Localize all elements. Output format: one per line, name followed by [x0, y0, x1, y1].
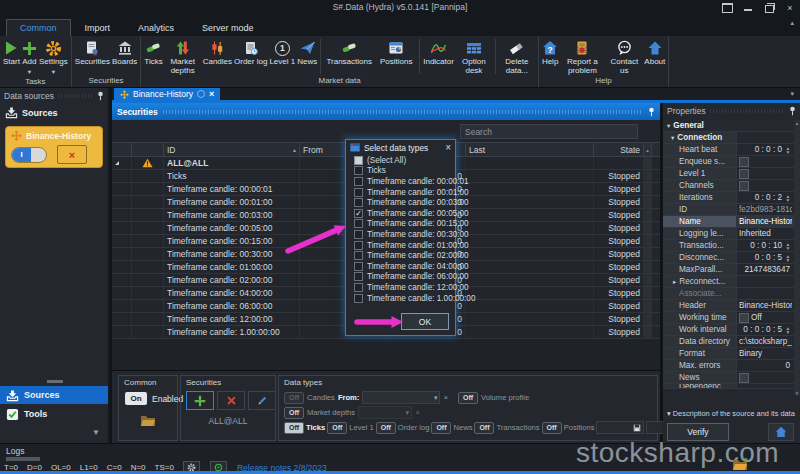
news-button[interactable]: News	[296, 37, 318, 67]
data-type-option[interactable]: Timeframe candle: 04:00:00	[346, 261, 455, 272]
ribbon-tab[interactable]: Import	[71, 19, 125, 36]
data-type-option[interactable]: Timeframe candle: 00:30:00	[346, 229, 455, 240]
property-row[interactable]: News	[663, 372, 794, 384]
date-input[interactable]	[596, 421, 644, 434]
property-row[interactable]: Format Binary	[663, 348, 794, 360]
level1-toggle[interactable]: Off	[327, 422, 347, 434]
property-row[interactable]: Connection	[663, 132, 794, 144]
ticks-toggle[interactable]: Off	[284, 422, 304, 434]
property-row[interactable]: Dependenc...	[663, 384, 794, 389]
ticks-button[interactable]: Ticks	[143, 37, 163, 67]
property-value[interactable]: 0 : 0 : 0 : 5	[737, 324, 794, 335]
checkbox-icon[interactable]	[354, 262, 363, 271]
pin-icon[interactable]	[789, 106, 796, 116]
checkbox-icon[interactable]	[739, 169, 749, 179]
delete-data-button[interactable]: Delete data...	[498, 37, 536, 75]
property-value[interactable]	[737, 132, 794, 143]
data-type-option[interactable]: Timeframe candle: 00:00:01	[346, 176, 455, 187]
expander-icon[interactable]	[671, 134, 674, 142]
checkbox-icon[interactable]	[354, 198, 363, 207]
spinner-icon[interactable]	[784, 242, 792, 250]
help-button[interactable]: ? Help	[541, 37, 559, 67]
checkbox-icon[interactable]	[354, 294, 363, 303]
property-row[interactable]: Level 1	[663, 168, 794, 180]
property-row[interactable]: Header Binance-History	[663, 300, 794, 312]
news-toggle[interactable]: Off	[431, 422, 451, 434]
property-row[interactable]: Disconnec... 0 : 0 : 5	[663, 252, 794, 264]
checkbox-icon[interactable]	[354, 283, 363, 292]
sources-section-header[interactable]: Sources	[0, 103, 108, 122]
data-type-option[interactable]: (Select All)	[346, 155, 455, 166]
property-row[interactable]: Name Binance-History	[663, 216, 794, 228]
binance-history-card[interactable]: Binance-History	[5, 126, 103, 168]
property-value[interactable]	[737, 168, 794, 179]
option-desk-button[interactable]: Option desk	[455, 37, 493, 75]
chevron-down-icon[interactable]: ▼	[92, 428, 100, 437]
tab-list-chevron-icon[interactable]: ▾	[790, 90, 794, 98]
ribbon-tab[interactable]: Server mode	[188, 19, 268, 36]
settings-button[interactable]: Settings	[38, 37, 69, 77]
property-value[interactable]: Binance-History	[737, 300, 794, 311]
close-button[interactable]: ×	[784, 2, 796, 13]
order-log-toggle[interactable]: Off	[376, 422, 396, 434]
checkbox-icon[interactable]	[739, 157, 749, 167]
ribbon-tab[interactable]: Common	[6, 19, 71, 36]
property-row[interactable]: General	[663, 120, 794, 132]
property-value[interactable]: Inherited	[737, 228, 794, 239]
add-button[interactable]: Add	[21, 37, 38, 77]
property-row[interactable]: Channels	[663, 180, 794, 192]
market-depths-toggle[interactable]: Off	[284, 407, 304, 419]
expander-icon[interactable]	[673, 278, 676, 286]
checkbox-icon[interactable]	[354, 219, 363, 228]
remove-source-button[interactable]	[57, 145, 87, 164]
spinner-icon[interactable]	[784, 254, 792, 262]
ribbon-collapse-icon[interactable]: ▴	[790, 19, 794, 27]
property-row[interactable]: Work interval 0 : 0 : 0 : 5	[663, 324, 794, 336]
checkbox-icon[interactable]	[354, 156, 363, 165]
checkbox-icon[interactable]	[354, 177, 363, 186]
sidebar-nav-sources[interactable]: Sources	[0, 386, 108, 404]
pin-icon[interactable]	[97, 91, 104, 101]
data-type-option[interactable]: Timeframe candle: 00:01:00	[346, 187, 455, 198]
clear-icon[interactable]	[443, 393, 448, 402]
property-row[interactable]: Associate...	[663, 288, 794, 300]
property-value[interactable]	[737, 180, 794, 191]
property-row[interactable]: Reconnect...	[663, 276, 794, 288]
dialog-title-bar[interactable]: Select data types	[346, 140, 455, 155]
market-depths-button[interactable]: Market depths	[164, 37, 202, 75]
property-row[interactable]: Working time Off	[663, 312, 794, 324]
checkbox-icon[interactable]	[739, 373, 749, 383]
property-value[interactable]	[737, 156, 794, 167]
data-type-option[interactable]: Timeframe candle: 06:00:00	[346, 272, 455, 283]
data-type-option[interactable]: Timeframe candle: 1.00:00:00	[346, 293, 455, 304]
interface-settings-icon[interactable]	[721, 2, 733, 13]
property-row[interactable]: Logging le... Inherited	[663, 228, 794, 240]
level1-button[interactable]: Level 1	[268, 37, 296, 67]
about-button[interactable]: About	[643, 37, 666, 67]
expander-icon[interactable]	[115, 161, 119, 165]
candles-toggle[interactable]: Off	[284, 392, 304, 404]
property-value[interactable]: 0	[737, 360, 794, 371]
checkbox-icon[interactable]	[739, 313, 749, 323]
volume-profile-toggle[interactable]: Off	[458, 392, 478, 404]
on-toggle-button[interactable]: On	[125, 392, 147, 405]
expander-icon[interactable]	[667, 122, 670, 130]
property-row[interactable]: Enqueue s...	[663, 156, 794, 168]
property-value[interactable]: c:\stocksharp_ins...	[737, 336, 794, 347]
description-expander[interactable]: ▾ Description of the source and its data	[667, 409, 795, 418]
data-type-option[interactable]: Ticks	[346, 166, 455, 177]
property-row[interactable]: MaxParall... 2147483647	[663, 264, 794, 276]
search-input[interactable]	[460, 124, 638, 139]
property-value[interactable]	[737, 288, 794, 299]
transactions-button[interactable]: Transactions	[323, 37, 375, 67]
contact-us-button[interactable]: Contact us	[605, 37, 643, 75]
data-type-option[interactable]: Timeframe candle: 00:15:00	[346, 219, 455, 230]
checkbox-icon[interactable]	[354, 209, 363, 218]
positions-toggle[interactable]: Off	[542, 422, 562, 434]
property-row[interactable]: Max. errors 0	[663, 360, 794, 372]
close-icon[interactable]	[209, 89, 214, 99]
close-icon[interactable]	[445, 142, 451, 153]
data-type-option[interactable]: Timeframe candle: 00:03:00	[346, 197, 455, 208]
pin-icon[interactable]	[648, 107, 655, 117]
checkbox-icon[interactable]	[354, 241, 363, 250]
